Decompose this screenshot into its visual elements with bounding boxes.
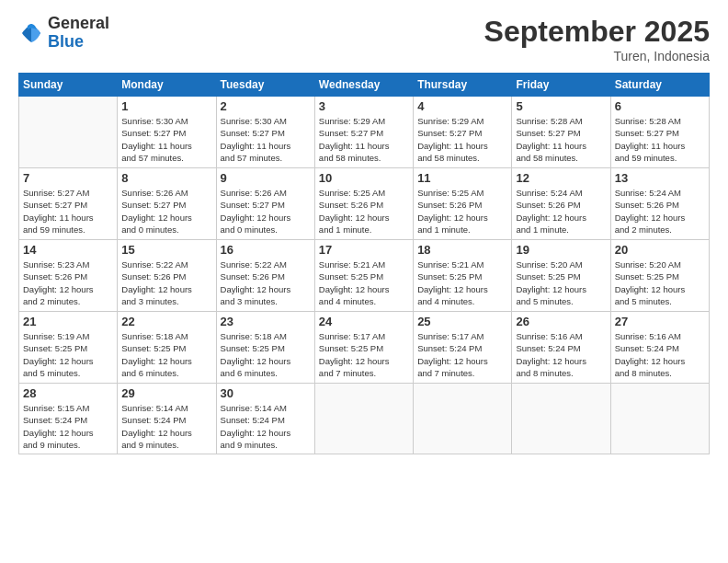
calendar-cell: 3Sunrise: 5:29 AMSunset: 5:27 PMDaylight… <box>314 97 413 168</box>
day-number: 30 <box>221 386 311 400</box>
calendar-cell: 16Sunrise: 5:22 AMSunset: 5:26 PMDayligh… <box>216 240 314 312</box>
day-number: 12 <box>516 171 606 185</box>
day-info: Sunrise: 5:30 AMSunset: 5:27 PMDaylight:… <box>121 115 211 164</box>
calendar-cell <box>19 97 118 168</box>
day-number: 4 <box>417 99 507 113</box>
calendar-cell: 11Sunrise: 5:25 AMSunset: 5:26 PMDayligh… <box>414 168 512 240</box>
calendar-day-header: Friday <box>512 74 610 97</box>
day-number: 2 <box>221 99 311 113</box>
day-info: Sunrise: 5:14 AMSunset: 5:24 PMDaylight:… <box>121 402 211 451</box>
calendar-cell: 27Sunrise: 5:16 AMSunset: 5:24 PMDayligh… <box>610 312 709 384</box>
day-number: 25 <box>417 315 507 328</box>
calendar-cell: 4Sunrise: 5:29 AMSunset: 5:27 PMDaylight… <box>414 97 512 168</box>
calendar-cell: 7Sunrise: 5:27 AMSunset: 5:27 PMDaylight… <box>19 168 118 240</box>
day-number: 22 <box>121 315 211 328</box>
day-info: Sunrise: 5:20 AMSunset: 5:25 PMDaylight:… <box>516 259 606 307</box>
day-number: 24 <box>319 315 409 328</box>
calendar-cell: 25Sunrise: 5:17 AMSunset: 5:24 PMDayligh… <box>414 312 512 384</box>
day-number: 23 <box>221 315 311 328</box>
calendar-cell: 12Sunrise: 5:24 AMSunset: 5:26 PMDayligh… <box>512 168 610 240</box>
calendar-cell: 22Sunrise: 5:18 AMSunset: 5:25 PMDayligh… <box>118 312 216 384</box>
day-number: 18 <box>417 243 507 257</box>
calendar-cell: 1Sunrise: 5:30 AMSunset: 5:27 PMDaylight… <box>118 97 216 168</box>
calendar-day-header: Saturday <box>610 74 709 97</box>
day-info: Sunrise: 5:24 AMSunset: 5:26 PMDaylight:… <box>516 187 606 236</box>
day-number: 27 <box>615 315 705 328</box>
day-number: 17 <box>319 243 409 257</box>
day-info: Sunrise: 5:19 AMSunset: 5:25 PMDaylight:… <box>23 330 113 379</box>
calendar-week-row: 28Sunrise: 5:15 AMSunset: 5:24 PMDayligh… <box>19 384 710 454</box>
day-number: 21 <box>23 315 113 328</box>
day-info: Sunrise: 5:18 AMSunset: 5:25 PMDaylight:… <box>221 330 311 379</box>
day-info: Sunrise: 5:17 AMSunset: 5:25 PMDaylight:… <box>319 330 409 379</box>
logo-icon <box>18 20 44 46</box>
day-number: 16 <box>221 243 311 257</box>
day-info: Sunrise: 5:24 AMSunset: 5:26 PMDaylight:… <box>615 187 705 236</box>
day-info: Sunrise: 5:18 AMSunset: 5:25 PMDaylight:… <box>121 330 211 379</box>
day-info: Sunrise: 5:21 AMSunset: 5:25 PMDaylight:… <box>417 259 507 307</box>
day-info: Sunrise: 5:23 AMSunset: 5:26 PMDaylight:… <box>23 259 113 307</box>
calendar-cell: 28Sunrise: 5:15 AMSunset: 5:24 PMDayligh… <box>19 384 118 454</box>
day-info: Sunrise: 5:22 AMSunset: 5:26 PMDaylight:… <box>121 259 211 307</box>
day-info: Sunrise: 5:16 AMSunset: 5:24 PMDaylight:… <box>615 330 705 379</box>
day-number: 19 <box>516 243 606 257</box>
calendar-cell: 29Sunrise: 5:14 AMSunset: 5:24 PMDayligh… <box>118 384 216 454</box>
calendar-day-header: Wednesday <box>314 74 413 97</box>
calendar-cell: 26Sunrise: 5:16 AMSunset: 5:24 PMDayligh… <box>512 312 610 384</box>
logo-text: General Blue <box>48 15 109 52</box>
calendar-cell: 13Sunrise: 5:24 AMSunset: 5:26 PMDayligh… <box>610 168 709 240</box>
calendar-week-row: 7Sunrise: 5:27 AMSunset: 5:27 PMDaylight… <box>19 168 710 240</box>
calendar-cell: 6Sunrise: 5:28 AMSunset: 5:27 PMDaylight… <box>610 97 709 168</box>
calendar-day-header: Thursday <box>414 74 512 97</box>
calendar-cell: 23Sunrise: 5:18 AMSunset: 5:25 PMDayligh… <box>216 312 314 384</box>
calendar-cell: 20Sunrise: 5:20 AMSunset: 5:25 PMDayligh… <box>610 240 709 312</box>
calendar-week-row: 14Sunrise: 5:23 AMSunset: 5:26 PMDayligh… <box>19 240 710 312</box>
calendar-cell: 21Sunrise: 5:19 AMSunset: 5:25 PMDayligh… <box>19 312 118 384</box>
day-number: 10 <box>319 171 409 185</box>
day-info: Sunrise: 5:26 AMSunset: 5:27 PMDaylight:… <box>221 187 311 236</box>
page: General Blue September 2025 Turen, Indon… <box>0 0 728 563</box>
calendar-cell <box>610 384 709 454</box>
day-number: 5 <box>516 99 606 113</box>
calendar-header-row: SundayMondayTuesdayWednesdayThursdayFrid… <box>19 74 710 97</box>
calendar-cell: 9Sunrise: 5:26 AMSunset: 5:27 PMDaylight… <box>216 168 314 240</box>
calendar-cell: 30Sunrise: 5:14 AMSunset: 5:24 PMDayligh… <box>216 384 314 454</box>
day-number: 9 <box>221 171 311 185</box>
calendar-cell: 14Sunrise: 5:23 AMSunset: 5:26 PMDayligh… <box>19 240 118 312</box>
day-number: 3 <box>319 99 409 113</box>
day-number: 29 <box>121 386 211 400</box>
day-info: Sunrise: 5:25 AMSunset: 5:26 PMDaylight:… <box>417 187 507 236</box>
logo: General Blue <box>18 15 109 52</box>
day-info: Sunrise: 5:17 AMSunset: 5:24 PMDaylight:… <box>417 330 507 379</box>
calendar-cell: 19Sunrise: 5:20 AMSunset: 5:25 PMDayligh… <box>512 240 610 312</box>
calendar-cell: 15Sunrise: 5:22 AMSunset: 5:26 PMDayligh… <box>118 240 216 312</box>
day-info: Sunrise: 5:14 AMSunset: 5:24 PMDaylight:… <box>221 402 311 451</box>
calendar-cell: 18Sunrise: 5:21 AMSunset: 5:25 PMDayligh… <box>414 240 512 312</box>
day-number: 15 <box>121 243 211 257</box>
day-info: Sunrise: 5:21 AMSunset: 5:25 PMDaylight:… <box>319 259 409 307</box>
day-number: 6 <box>615 99 705 113</box>
day-info: Sunrise: 5:27 AMSunset: 5:27 PMDaylight:… <box>23 187 113 236</box>
day-info: Sunrise: 5:29 AMSunset: 5:27 PMDaylight:… <box>319 115 409 164</box>
day-info: Sunrise: 5:16 AMSunset: 5:24 PMDaylight:… <box>516 330 606 379</box>
day-info: Sunrise: 5:22 AMSunset: 5:26 PMDaylight:… <box>221 259 311 307</box>
calendar-day-header: Sunday <box>19 74 118 97</box>
header: General Blue September 2025 Turen, Indon… <box>18 15 710 63</box>
day-number: 1 <box>121 99 211 113</box>
calendar-cell: 2Sunrise: 5:30 AMSunset: 5:27 PMDaylight… <box>216 97 314 168</box>
logo-blue: Blue <box>48 33 109 52</box>
day-number: 8 <box>121 171 211 185</box>
day-info: Sunrise: 5:15 AMSunset: 5:24 PMDaylight:… <box>23 402 113 451</box>
calendar-day-header: Tuesday <box>216 74 314 97</box>
day-number: 20 <box>615 243 705 257</box>
calendar-cell <box>314 384 413 454</box>
day-number: 11 <box>417 171 507 185</box>
calendar-cell: 5Sunrise: 5:28 AMSunset: 5:27 PMDaylight… <box>512 97 610 168</box>
day-info: Sunrise: 5:30 AMSunset: 5:27 PMDaylight:… <box>221 115 311 164</box>
day-info: Sunrise: 5:20 AMSunset: 5:25 PMDaylight:… <box>615 259 705 307</box>
day-number: 28 <box>23 386 113 400</box>
day-info: Sunrise: 5:28 AMSunset: 5:27 PMDaylight:… <box>516 115 606 164</box>
calendar-week-row: 1Sunrise: 5:30 AMSunset: 5:27 PMDaylight… <box>19 97 710 168</box>
day-info: Sunrise: 5:29 AMSunset: 5:27 PMDaylight:… <box>417 115 507 164</box>
calendar-cell <box>512 384 610 454</box>
